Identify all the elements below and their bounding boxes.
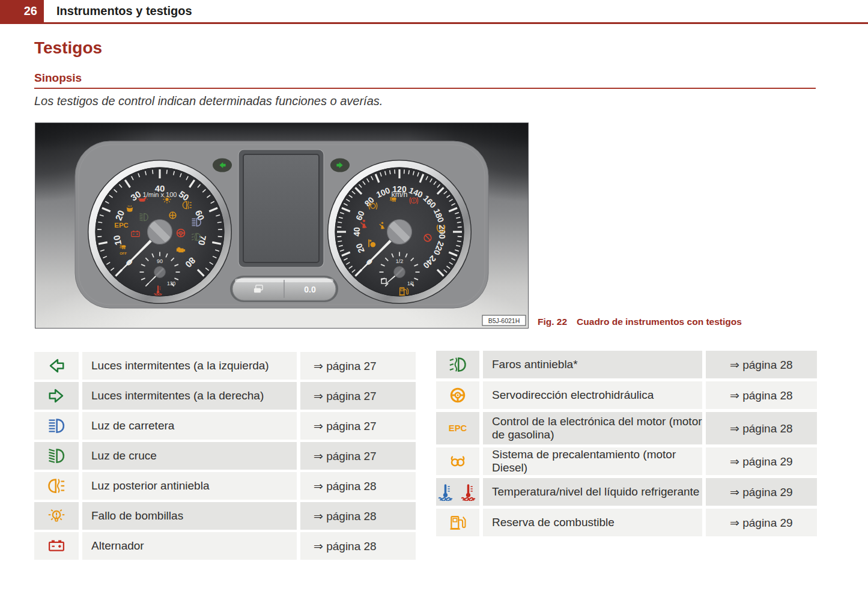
warning-light-label: Luces intermitentes (a la izquierda) — [82, 352, 297, 380]
high-beam-icon — [46, 417, 67, 435]
page-reference: ⇒ página 29 — [706, 509, 817, 536]
warning-light-label: Temperatura/nivel del líquido refrigeran… — [483, 478, 702, 506]
page-reference: ⇒ página 28 — [300, 472, 416, 500]
warning-light-label: Control de la electrónica del motor (mot… — [483, 412, 702, 444]
epc-icon — [448, 419, 468, 437]
warning-light-icon-cell — [34, 352, 79, 380]
page-reference: ⇒ página 28 — [706, 412, 817, 444]
svg-text:40: 40 — [352, 227, 362, 237]
warning-light-icon-cell — [34, 412, 79, 440]
figure-label: Fig. 22 — [538, 317, 567, 327]
warning-light-icon-cell — [436, 381, 479, 409]
warning-light-label: Servodirección electrohidráulica — [483, 381, 702, 409]
temp-scale-130: 130 — [167, 280, 175, 286]
page-reference: ⇒ página 27 — [300, 382, 416, 410]
turn-left-icon — [46, 357, 67, 375]
cluster-buttons: 0.0 — [230, 276, 338, 302]
image-code: B5J-6021H — [488, 317, 520, 324]
warning-light-icon-cell — [34, 532, 79, 560]
figure-caption-text: Cuadro de instrumentos con testigos — [577, 317, 742, 327]
page-number-badge: 26 — [0, 0, 44, 22]
fuel-scale-half: 1/2 — [396, 258, 404, 264]
epc-mini-icon — [114, 222, 128, 229]
table-row: Alternador ⇒ página 28 — [34, 532, 416, 560]
warning-light-icon-cell — [436, 478, 479, 506]
multifunction-display — [238, 150, 324, 267]
svg-text:10: 10 — [111, 234, 123, 246]
page-reference: ⇒ página 29 — [706, 447, 817, 475]
low-beam-icon — [46, 447, 67, 465]
warning-lights-table-left: Luces intermitentes (a la izquierda) ⇒ p… — [34, 352, 416, 560]
warning-light-icon-cell — [436, 412, 479, 444]
warning-light-label: Alternador — [82, 532, 297, 560]
intro-text: Los testigos de control indican determin… — [34, 94, 383, 108]
trip-reset-button-label: 0.0 — [304, 285, 316, 294]
warning-lights-table-right: Faros antiniebla* ⇒ página 28 Servodirec… — [436, 351, 817, 536]
svg-text:40: 40 — [155, 183, 165, 193]
glow-plug-icon — [448, 452, 468, 470]
page-reference: ⇒ página 27 — [300, 412, 416, 440]
power-steering-icon — [448, 386, 468, 404]
turn-signal-left-indicator — [213, 159, 232, 172]
table-row: Luz posterior antiniebla ⇒ página 28 — [34, 472, 416, 500]
warning-light-label: Luz posterior antiniebla — [82, 472, 297, 500]
bulb-failure-icon — [46, 507, 67, 525]
page-number: 26 — [24, 4, 37, 18]
warning-light-icon-cell — [34, 502, 79, 530]
table-row: Temperatura/nivel del líquido refrigeran… — [436, 478, 817, 506]
fuel-reserve-icon — [448, 514, 468, 532]
turn-signal-right-indicator — [330, 159, 350, 172]
table-row: Luz de cruce ⇒ página 27 — [34, 442, 416, 470]
table-row: Luces intermitentes (a la derecha) ⇒ pág… — [34, 382, 416, 410]
table-row: Control de la electrónica del motor (mot… — [436, 412, 817, 444]
battery-icon — [46, 537, 67, 555]
page-reference: ⇒ página 28 — [300, 532, 416, 560]
header-rule — [0, 22, 868, 24]
manual-page: 26 Instrumentos y testigos Testigos Sino… — [0, 0, 868, 609]
table-row: Sistema de precalentamiento (motor Diese… — [436, 447, 817, 475]
warning-light-label: Luz de cruce — [82, 442, 297, 470]
table-row: Luces intermitentes (a la izquierda) ⇒ p… — [34, 352, 416, 380]
page-reference: ⇒ página 29 — [706, 478, 817, 506]
page-reference: ⇒ página 27 — [300, 442, 416, 470]
speedometer: km/h 020406080100120140160180200220240 1… — [327, 160, 472, 304]
image-code-box: B5J-6021H — [482, 315, 526, 326]
warning-light-label: Sistema de precalentamiento (motor Diese… — [483, 447, 702, 475]
warning-light-icon-cell — [34, 382, 79, 410]
light-switch-icon — [163, 195, 171, 203]
figure-caption: Fig. 22Cuadro de instrumentos con testig… — [538, 317, 742, 327]
page-reference: ⇒ página 28 — [706, 351, 817, 378]
svg-text:120: 120 — [392, 184, 407, 194]
warning-light-icon-cell — [436, 509, 479, 536]
warning-light-icon-cell — [436, 351, 479, 378]
table-row: Luz de carretera ⇒ página 27 — [34, 412, 416, 440]
warning-light-label: Luz de carretera — [82, 412, 297, 440]
rear-fog-icon — [46, 477, 67, 495]
figure-instrument-cluster: 1/min x 100 01020304050607080 — [35, 123, 529, 329]
subtitle-rule — [34, 88, 816, 89]
warning-light-icon-cell — [34, 442, 79, 470]
front-fog-icon — [448, 356, 468, 374]
tachometer: 1/min x 100 01020304050607080 — [88, 160, 232, 304]
coolant-blue-icon — [436, 483, 457, 501]
warning-light-icon-cell — [436, 447, 479, 475]
table-row: Faros antiniebla* ⇒ página 28 — [436, 351, 817, 378]
warning-light-label: Faros antiniebla* — [483, 351, 702, 378]
page-reference: ⇒ página 28 — [300, 502, 416, 530]
page-reference: ⇒ página 28 — [706, 381, 817, 409]
section-title: Instrumentos y testigos — [56, 4, 192, 18]
warning-light-icon-cell — [34, 472, 79, 500]
chapter-title: Testigos — [34, 38, 102, 58]
warning-light-label: Luces intermitentes (a la derecha) — [82, 382, 297, 410]
coolant-red-icon — [459, 483, 479, 501]
fuel-scale-full: 1/1 — [407, 280, 414, 286]
gearbox-icon — [169, 212, 176, 219]
warning-light-label: Fallo de bombillas — [82, 502, 297, 530]
warning-light-label: Reserva de combustible — [483, 509, 702, 536]
table-row: Servodirección electrohidráulica ⇒ págin… — [436, 381, 817, 409]
turn-right-icon — [46, 387, 67, 405]
table-row: Fallo de bombillas ⇒ página 28 — [34, 502, 416, 530]
section-subtitle: Sinopsis — [34, 71, 82, 85]
table-row: Reserva de combustible ⇒ página 29 — [436, 509, 817, 536]
page-reference: ⇒ página 27 — [300, 352, 416, 380]
